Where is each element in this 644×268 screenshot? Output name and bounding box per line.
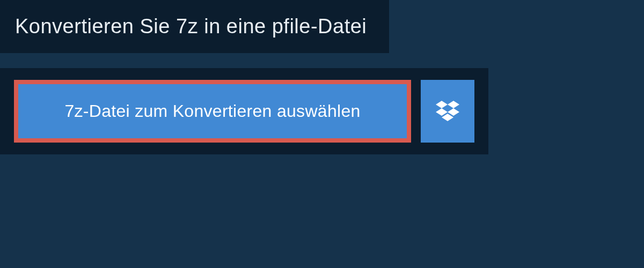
dropbox-button[interactable] — [421, 80, 474, 143]
header-bar: Konvertieren Sie 7z in eine pfile-Datei — [0, 0, 389, 53]
dropbox-icon — [436, 101, 459, 122]
svg-marker-4 — [442, 114, 453, 121]
select-file-button[interactable]: 7z-Datei zum Konvertieren auswählen — [14, 80, 411, 143]
select-file-label: 7z-Datei zum Konvertieren auswählen — [64, 101, 360, 121]
svg-marker-1 — [448, 101, 459, 108]
upload-panel: 7z-Datei zum Konvertieren auswählen — [0, 68, 488, 154]
svg-marker-3 — [448, 108, 459, 116]
page-title: Konvertieren Sie 7z in eine pfile-Datei — [15, 15, 367, 38]
svg-marker-0 — [436, 101, 448, 108]
svg-marker-2 — [436, 108, 448, 116]
